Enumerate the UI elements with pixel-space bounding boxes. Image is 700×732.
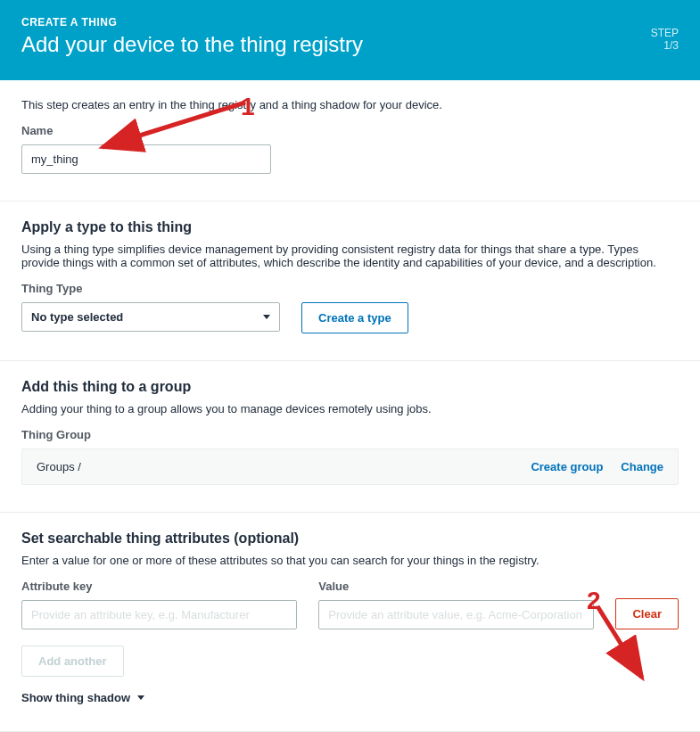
breadcrumb: Create a Thing bbox=[21, 16, 679, 29]
add-another-button[interactable]: Add another bbox=[21, 646, 124, 677]
group-selector: Groups / Create group Change bbox=[21, 448, 679, 485]
thing-name-input[interactable] bbox=[21, 144, 271, 174]
thing-type-selected: No type selected bbox=[31, 310, 123, 324]
section-attributes: Set searchable thing attributes (optiona… bbox=[0, 513, 700, 732]
attribute-key-input[interactable] bbox=[21, 600, 297, 629]
chevron-down-icon bbox=[137, 695, 144, 700]
annotation-marker-1: 1 bbox=[241, 93, 255, 121]
change-group-link[interactable]: Change bbox=[621, 460, 663, 473]
thing-type-dropdown[interactable]: No type selected bbox=[21, 302, 280, 332]
chevron-down-icon bbox=[263, 315, 270, 319]
type-helptext: Using a thing type simplifies device man… bbox=[21, 243, 679, 269]
annotation-marker-2: 2 bbox=[587, 587, 601, 615]
thing-type-label: Thing Type bbox=[21, 282, 679, 295]
page-title: Add your device to the thing registry bbox=[21, 32, 679, 57]
clear-attribute-button[interactable]: Clear bbox=[615, 598, 679, 629]
section-type: Apply a type to this thing Using a thing… bbox=[0, 202, 700, 361]
show-thing-shadow-toggle[interactable]: Show thing shadow bbox=[21, 691, 144, 704]
step-label: STEP bbox=[651, 27, 679, 39]
section-name: This step creates an entry in the thing … bbox=[0, 80, 700, 202]
step-indicator: STEP 1/3 bbox=[651, 27, 679, 53]
create-group-link[interactable]: Create group bbox=[531, 460, 603, 473]
group-title: Add this thing to a group bbox=[21, 379, 679, 395]
type-title: Apply a type to this thing bbox=[21, 219, 679, 235]
attribute-value-label: Value bbox=[318, 580, 594, 593]
attributes-helptext: Enter a value for one or more of these a… bbox=[21, 554, 679, 567]
show-shadow-label: Show thing shadow bbox=[21, 691, 130, 704]
group-helptext: Adding your thing to a group allows you … bbox=[21, 402, 679, 415]
attribute-value-input[interactable] bbox=[318, 600, 594, 629]
attributes-title: Set searchable thing attributes (optiona… bbox=[21, 530, 679, 547]
page-header: Create a Thing Add your device to the th… bbox=[0, 0, 700, 80]
name-helptext: This step creates an entry in the thing … bbox=[21, 98, 679, 111]
attribute-key-label: Attribute key bbox=[21, 580, 297, 593]
step-value: 1/3 bbox=[651, 39, 679, 52]
section-group: Add this thing to a group Adding your th… bbox=[0, 361, 700, 513]
create-type-button[interactable]: Create a type bbox=[301, 302, 408, 333]
group-path: Groups / bbox=[37, 460, 81, 473]
thing-group-label: Thing Group bbox=[21, 428, 679, 441]
name-label: Name bbox=[21, 124, 679, 137]
